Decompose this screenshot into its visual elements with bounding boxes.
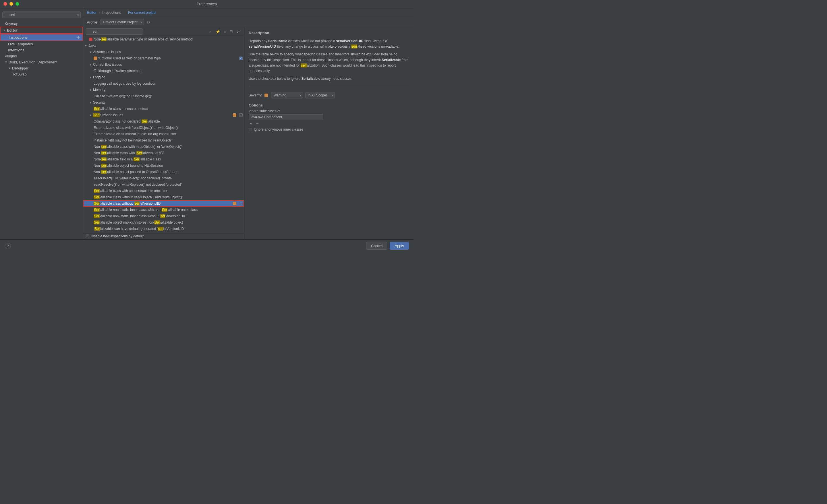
severity-select[interactable]: Warning Error Weak Warning Info — [271, 92, 303, 98]
tree-item-java-group[interactable]: ▼ Java — [83, 43, 244, 49]
sidebar-item-live-templates[interactable]: Live Templates — [0, 41, 83, 47]
tree-item-comparator[interactable]: Comparator class not declared Serializab… — [83, 118, 244, 124]
tree-item-security-group[interactable]: ▼ Security — [83, 99, 244, 106]
java-group-label: Java — [89, 44, 96, 48]
list-search-clear[interactable]: ✕ — [209, 30, 211, 34]
scope-select[interactable]: In All Scopes — [305, 92, 335, 98]
tree-item-non-ser-param[interactable]: Non-serializable parameter type or retur… — [83, 36, 244, 43]
ser-default-uid-text: 'Serializable' can have default generate… — [94, 227, 185, 231]
title-bar: Preferences — [0, 0, 414, 8]
description-title: Description — [249, 31, 409, 35]
tree-item-instance-field[interactable]: Instance field may not be initialized by… — [83, 137, 244, 144]
disable-checkbox[interactable] — [86, 235, 89, 238]
sidebar-item-build-label: Build, Execution, Deployment — [9, 60, 57, 64]
sidebar-item-debugger-label: Debugger — [12, 66, 29, 70]
breadcrumb-inspections: Inspections — [102, 10, 121, 15]
serialization-group-checkbox[interactable]: − — [239, 113, 243, 117]
sidebar-item-hotswap[interactable]: HotSwap — [0, 71, 83, 77]
sidebar-item-debugger[interactable]: ▼ Debugger — [0, 65, 83, 71]
sidebar-item-plugins[interactable]: Plugins — [0, 53, 83, 59]
sidebar-item-plugins-label: Plugins — [5, 54, 17, 58]
tree-item-logging-group[interactable]: ▼ Logging — [83, 74, 244, 80]
memory-expand-icon: ▼ — [89, 88, 92, 92]
ser-without-readobject-text: Serializable class without 'readObject()… — [94, 195, 183, 199]
tree-item-abstraction-group[interactable]: ▼ Abstraction issues — [83, 49, 244, 55]
profile-select-wrapper: Project Default Project — [100, 19, 144, 25]
sidebar-item-keymap[interactable]: Keymap — [0, 21, 83, 27]
minimize-button[interactable] — [9, 2, 13, 6]
tree-item-non-ser-readobject[interactable]: Non-serializable class with 'readObject(… — [83, 144, 244, 150]
tree-item-ser-non-static-no-uid[interactable]: Serializable non-'static' inner class wi… — [83, 213, 244, 219]
sidebar-search-input[interactable]: seri — [2, 11, 81, 18]
tree-item-memory-group[interactable]: ▼ Memory — [83, 87, 244, 93]
tree-item-externalizable-read[interactable]: Externalizable class with 'readObject()'… — [83, 124, 244, 131]
sidebar: 🔍 seri ✕ Keymap ▼ Editor Inspections ⚙ L… — [0, 8, 83, 239]
security-expand-icon: ▼ — [89, 101, 92, 104]
help-button[interactable]: ? — [5, 243, 11, 249]
profile-select[interactable]: Project Default Project — [100, 19, 144, 25]
close-button[interactable] — [3, 2, 7, 6]
sidebar-item-build[interactable]: ▼ Build, Execution, Deployment — [0, 59, 83, 65]
filter-button[interactable]: ⚡ — [214, 29, 222, 35]
breadcrumb-separator: › — [99, 10, 100, 15]
tree-item-ser-unconstructable[interactable]: Serializable class with unconstructable … — [83, 188, 244, 194]
tree-item-gc-calls[interactable]: Calls to 'System.gc()' or 'Runtime.gc()' — [83, 93, 244, 99]
tree-item-fallthrough[interactable]: Fallthrough in 'switch' statement — [83, 68, 244, 74]
tree-item-ser-default-uid[interactable]: 'Serializable' can have default generate… — [83, 225, 244, 232]
tree-item-ser-object-stores[interactable]: Serializable object implicitly stores no… — [83, 219, 244, 225]
tree-item-ser-without-versionuid[interactable]: Serializable class without 'serialVersio… — [83, 200, 244, 207]
paint-button[interactable]: 🖌 — [235, 29, 242, 35]
list-search-input[interactable] — [86, 29, 143, 35]
add-button[interactable]: + — [249, 121, 253, 126]
remove-button[interactable]: − — [255, 121, 259, 126]
sidebar-item-editor[interactable]: ▼ Editor — [0, 27, 83, 34]
sidebar-search-clear[interactable]: ✕ — [77, 13, 79, 17]
ignore-anon-checkbox[interactable] — [249, 128, 252, 131]
tree-item-readresolve-protected[interactable]: 'readResolve()' or 'writeReplace()' not … — [83, 182, 244, 188]
collapse-all-button[interactable]: ⊟ — [228, 29, 234, 35]
ignore-anon-row: Ignore anonymous inner classes — [249, 128, 409, 132]
profile-gear-button[interactable]: ⚙ — [146, 20, 150, 24]
description-pane: Description Reports any Serializable cla… — [244, 27, 414, 239]
logging-expand-icon: ▼ — [89, 76, 92, 79]
tree-item-externalizable-pub[interactable]: Externalizable class without 'public' no… — [83, 131, 244, 137]
sidebar-item-intentions[interactable]: Intentions — [0, 47, 83, 53]
tree-item-non-ser-outputstream[interactable]: Non-serializable object passed to Object… — [83, 169, 244, 175]
tree-item-non-ser-field[interactable]: Non-serializable field in a Serializable… — [83, 156, 244, 162]
expand-all-button[interactable]: ≡ — [223, 29, 227, 35]
breadcrumb: Editor › Inspections For current project — [83, 8, 414, 17]
tree-item-ser-without-readobject[interactable]: Serializable class without 'readObject()… — [83, 194, 244, 200]
project-link[interactable]: For current project — [128, 11, 156, 15]
serialization-expand-icon: ▼ — [89, 114, 92, 117]
tree-item-non-ser-param-text: Non-serializable parameter type or retur… — [94, 37, 193, 41]
ignore-field-input[interactable] — [249, 114, 323, 120]
cancel-button[interactable]: Cancel — [366, 242, 387, 250]
tree-item-logging-call[interactable]: Logging call not guarded by log conditio… — [83, 80, 244, 87]
tree-item-optional-field[interactable]: 'Optional' used as field or parameter ty… — [83, 55, 244, 61]
tree-item-ser-secure[interactable]: Serializable class in secure context — [83, 106, 244, 112]
tree-item-non-ser-versionuid[interactable]: Non-serializable class with 'SerialVersi… — [83, 150, 244, 156]
java-expand-icon: ▼ — [85, 44, 87, 47]
tree-item-readobject-private[interactable]: 'readObject()' or 'writeObject()' not de… — [83, 175, 244, 182]
add-remove-row: + − — [249, 121, 409, 126]
bottom-bar: ? Cancel Apply — [0, 239, 414, 252]
sidebar-item-intentions-label: Intentions — [8, 48, 24, 52]
tree-item-serialization-group[interactable]: ▼ Serialization issues − — [83, 112, 244, 118]
scope-select-wrapper: In All Scopes — [305, 92, 335, 98]
ser-without-versionuid-checkbox[interactable]: ✓ — [239, 202, 243, 205]
tree-item-ser-non-static[interactable]: Serializable non-'static' inner class wi… — [83, 207, 244, 213]
build-expand-icon: ▼ — [5, 60, 7, 64]
abstraction-expand-icon: ▼ — [89, 51, 92, 54]
sidebar-item-inspections-label: Inspections — [9, 35, 28, 40]
optional-field-checkbox[interactable]: ✓ — [239, 57, 243, 60]
tree-item-control-flow-group[interactable]: ▼ Control flow issues — [83, 61, 244, 68]
maximize-button[interactable] — [15, 2, 19, 6]
disable-row: Disable new inspections by default — [83, 233, 244, 239]
control-flow-group-label: Control flow issues — [93, 62, 122, 66]
tree-item-non-ser-http[interactable]: Non-serializable object bound to HttpSes… — [83, 162, 244, 169]
apply-button[interactable]: Apply — [390, 242, 409, 250]
readresolve-protected-text: 'readResolve()' or 'writeReplace()' not … — [94, 183, 182, 187]
severity-row: Severity: Warning Error Weak Warning Inf… — [249, 92, 409, 98]
sidebar-item-inspections[interactable]: Inspections ⚙ — [0, 34, 83, 41]
inspections-settings-icon[interactable]: ⚙ — [77, 36, 80, 40]
